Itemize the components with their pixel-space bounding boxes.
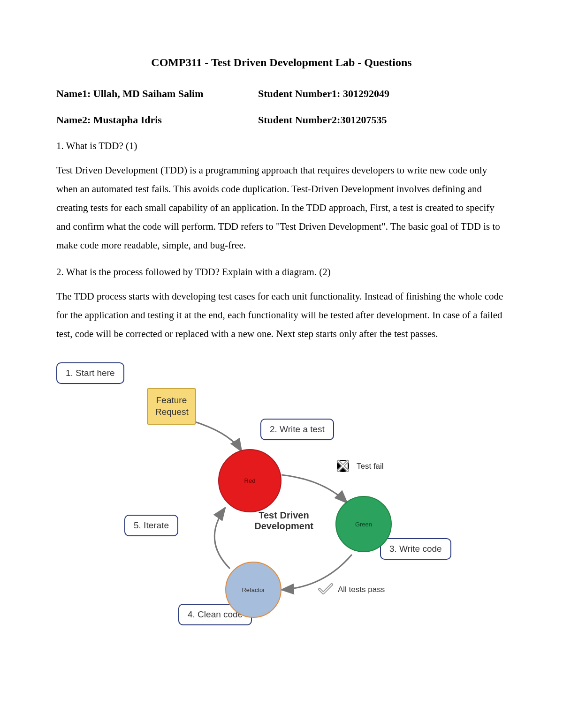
green-circle: Green xyxy=(335,496,392,552)
step5-box: 5. Iterate xyxy=(124,515,178,536)
feature-request-box: Feature Request xyxy=(147,388,196,424)
document-title: COMP311 - Test Driven Development Lab - … xyxy=(56,56,507,69)
student-row-2: Name2: Mustapha Idris Student Number2:30… xyxy=(56,114,507,126)
green-label: Green xyxy=(355,521,372,528)
step1-box: 1. Start here xyxy=(56,362,124,384)
x-icon xyxy=(335,458,350,473)
refactor-label: Refactor xyxy=(242,586,265,593)
step2-box: 2. Write a test xyxy=(260,419,334,440)
student1-name: Name1: Ullah, MD Saiham Salim xyxy=(56,88,258,100)
student1-number: Student Number1: 301292049 xyxy=(258,88,507,100)
red-label: Red xyxy=(244,477,256,484)
red-circle: Red xyxy=(218,449,282,512)
step3-box: 3. Write code xyxy=(380,538,451,560)
all-pass-label: All tests pass xyxy=(338,585,385,594)
check-icon xyxy=(318,583,334,596)
center-line2: Development xyxy=(244,521,324,532)
question-2: 2. What is the process followed by TDD? … xyxy=(56,266,507,278)
student-row-1: Name1: Ullah, MD Saiham Salim Student Nu… xyxy=(56,88,507,100)
feature-request-label: Feature Request xyxy=(155,395,189,417)
answer-1: Test Driven Development (TDD) is a progr… xyxy=(56,161,507,255)
student2-number: Student Number2:301207535 xyxy=(258,114,507,126)
refactor-circle: Refactor xyxy=(225,562,282,618)
cycle-center-label: Test Driven Development xyxy=(244,510,324,532)
test-fail-label: Test fail xyxy=(357,462,384,471)
answer-2: The TDD process starts with developing t… xyxy=(56,287,507,344)
center-line1: Test Driven xyxy=(244,510,324,521)
tdd-diagram: 1. Start here Feature Request 2. Write a… xyxy=(56,358,464,625)
question-1: 1. What is TDD? (1) xyxy=(56,140,507,152)
student2-name: Name2: Mustapha Idris xyxy=(56,114,258,126)
